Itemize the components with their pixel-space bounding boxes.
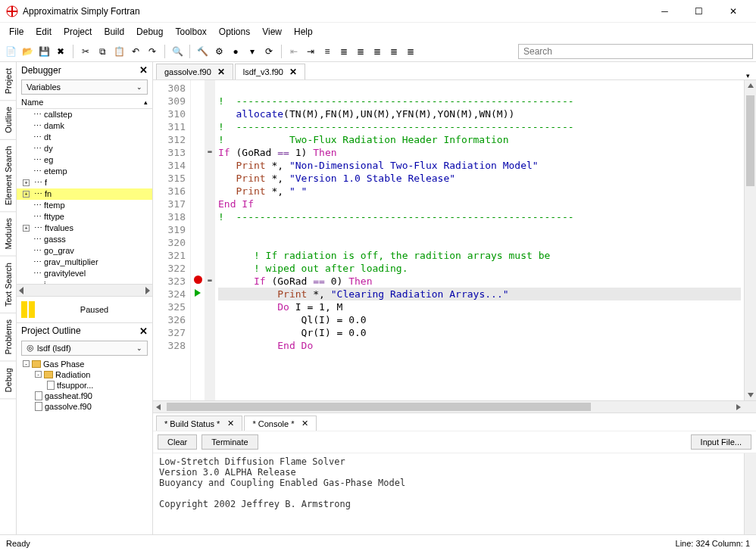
variable-row[interactable]: ⋯ go_grav <box>17 245 152 257</box>
variable-row[interactable]: +⋯ fn <box>17 188 152 200</box>
tab-label: * Build Status * <box>164 419 220 428</box>
variables-tree[interactable]: ⋯ callstep⋯ damk⋯ dt⋯ dy⋯ eg⋯ etemp+⋯ f+… <box>17 109 152 284</box>
close-tab-icon[interactable]: ✕ <box>227 419 234 428</box>
side-tab-modules[interactable]: Modules <box>0 212 16 257</box>
breakpoint-icon[interactable] <box>194 276 202 284</box>
variable-row[interactable]: ⋯ callstep <box>17 109 152 120</box>
new-file-icon[interactable]: 📄 <box>3 44 18 59</box>
tabs-dropdown-icon[interactable]: ▾ <box>746 72 750 79</box>
outdent-icon[interactable]: ≡ <box>320 44 335 59</box>
redo-icon[interactable]: ↷ <box>145 44 160 59</box>
align-center-icon[interactable]: ≣ <box>353 44 368 59</box>
settings-icon[interactable]: ⚙ <box>211 44 226 59</box>
close-tab-icon[interactable]: ✕ <box>301 419 308 428</box>
variable-row[interactable]: ⋯ gasss <box>17 234 152 245</box>
clear-button[interactable]: Clear <box>158 434 197 450</box>
project-tree-item[interactable]: tfsuppor... <box>17 380 152 391</box>
indent-left-icon[interactable]: ⇤ <box>286 44 301 59</box>
variables-combo[interactable]: Variables ⌄ <box>21 79 148 95</box>
variable-name: ⋯ eg <box>33 155 53 165</box>
menu-view[interactable]: View <box>256 25 288 39</box>
side-tab-text-search[interactable]: Text Search <box>0 257 16 313</box>
maximize-button[interactable]: ☐ <box>682 0 716 22</box>
open-icon[interactable]: 📂 <box>20 44 35 59</box>
side-tab-project[interactable]: Project <box>0 62 16 101</box>
editor-tab[interactable]: lsdf_v3.f90✕ <box>235 64 305 79</box>
project-tree-item[interactable]: -Gas Phase <box>17 359 152 369</box>
marker-gutter[interactable] <box>191 80 205 400</box>
menu-debug[interactable]: Debug <box>130 25 169 39</box>
variable-row[interactable]: ⋯ dy <box>17 143 152 154</box>
delete-icon[interactable]: ✖ <box>53 44 68 59</box>
vertical-scrollbar[interactable] <box>744 453 756 534</box>
menu-build[interactable]: Build <box>98 25 130 39</box>
find-icon[interactable]: 🔍 <box>170 44 185 59</box>
close-icon[interactable]: ✕ <box>139 64 148 76</box>
close-tab-icon[interactable]: ✕ <box>217 67 225 77</box>
align-left-icon[interactable]: ≣ <box>336 44 351 59</box>
variable-row[interactable]: ⋯ grav_multiplier <box>17 257 152 268</box>
search-input[interactable] <box>518 44 753 59</box>
variable-name: ⋯ f <box>34 178 47 188</box>
menu-help[interactable]: Help <box>288 25 319 39</box>
variable-row[interactable]: ⋯ fttype <box>17 211 152 223</box>
project-tree-item[interactable]: gassheat.f90 <box>17 391 152 401</box>
indent-right-icon[interactable]: ⇥ <box>303 44 318 59</box>
code-editor[interactable]: 3083093103113123133143153163173183193203… <box>153 80 756 400</box>
side-tab-element-search[interactable]: Element Search <box>0 140 16 212</box>
refresh-icon[interactable]: ⟳ <box>261 44 276 59</box>
scroll-up-icon[interactable]: ▴ <box>144 98 148 106</box>
vertical-scrollbar[interactable] <box>744 80 756 400</box>
menu-toolbox[interactable]: Toolbox <box>169 25 212 39</box>
expand-icon[interactable]: + <box>23 225 30 232</box>
menu-project[interactable]: Project <box>58 25 98 39</box>
fold-gutter[interactable]: ▬▬ <box>205 80 215 400</box>
dropdown-icon[interactable]: ▾ <box>245 44 260 59</box>
save-icon[interactable]: 💾 <box>36 44 52 59</box>
variable-row[interactable]: +⋯ ftvalues <box>17 223 152 234</box>
undo-icon[interactable]: ↶ <box>128 44 143 59</box>
expand-icon[interactable]: - <box>23 360 30 367</box>
list-icon[interactable]: ≣ <box>386 44 401 59</box>
close-tab-icon[interactable]: ✕ <box>289 67 297 77</box>
record-icon[interactable]: ● <box>228 44 243 59</box>
justify-icon[interactable]: ≣ <box>403 44 418 59</box>
horizontal-scrollbar[interactable] <box>153 400 756 412</box>
menu-options[interactable]: Options <box>213 25 256 39</box>
project-tree-item[interactable]: gassolve.f90 <box>17 401 152 412</box>
variable-row[interactable]: ⋯ damk <box>17 120 152 132</box>
variable-row[interactable]: +⋯ f <box>17 177 152 188</box>
variable-row[interactable]: ⋯ eg <box>17 154 152 166</box>
variable-row[interactable]: ⋯ etemp <box>17 166 152 177</box>
project-combo[interactable]: ◎ lsdf (lsdf) ⌄ <box>21 341 148 356</box>
console-output[interactable]: Low-Stretch Diffusion Flame Solver Versi… <box>153 453 756 534</box>
terminate-button[interactable]: Terminate <box>201 434 258 450</box>
horizontal-scrollbar[interactable] <box>17 284 152 296</box>
side-tab-problems[interactable]: Problems <box>0 313 16 361</box>
expand-icon[interactable]: - <box>35 371 42 378</box>
project-tree-item[interactable]: -Radiation <box>17 369 152 380</box>
project-tree[interactable]: -Gas Phase-Radiationtfsuppor...gassheat.… <box>17 357 152 535</box>
editor-tab[interactable]: gassolve.f90✕ <box>156 64 233 79</box>
format-icon[interactable]: ≣ <box>370 44 385 59</box>
copy-icon[interactable]: ⧉ <box>95 44 110 59</box>
input-file-button[interactable]: Input File... <box>691 434 751 450</box>
close-icon[interactable]: ✕ <box>139 325 148 337</box>
close-button[interactable]: ✕ <box>716 0 750 22</box>
minimize-button[interactable]: ─ <box>648 0 682 22</box>
menu-edit[interactable]: Edit <box>30 25 58 39</box>
variable-row[interactable]: ⋯ ftemp <box>17 200 152 211</box>
paste-icon[interactable]: 📋 <box>111 44 127 59</box>
bottom-tab[interactable]: * Build Status *✕ <box>156 416 242 431</box>
variable-row[interactable]: ⋯ dt <box>17 132 152 143</box>
cut-icon[interactable]: ✂ <box>78 44 93 59</box>
build-icon[interactable]: 🔨 <box>195 44 210 59</box>
menu-file[interactable]: File <box>3 25 30 39</box>
code-content[interactable]: ! --------------------------------------… <box>215 80 744 400</box>
side-tab-outline[interactable]: Outline <box>0 101 16 140</box>
bottom-tab[interactable]: * Console *✕ <box>244 416 317 431</box>
side-tab-debug[interactable]: Debug <box>0 362 16 399</box>
expand-icon[interactable]: + <box>23 179 30 186</box>
variable-row[interactable]: ⋯ gravitylevel <box>17 268 152 279</box>
expand-icon[interactable]: + <box>23 191 30 198</box>
